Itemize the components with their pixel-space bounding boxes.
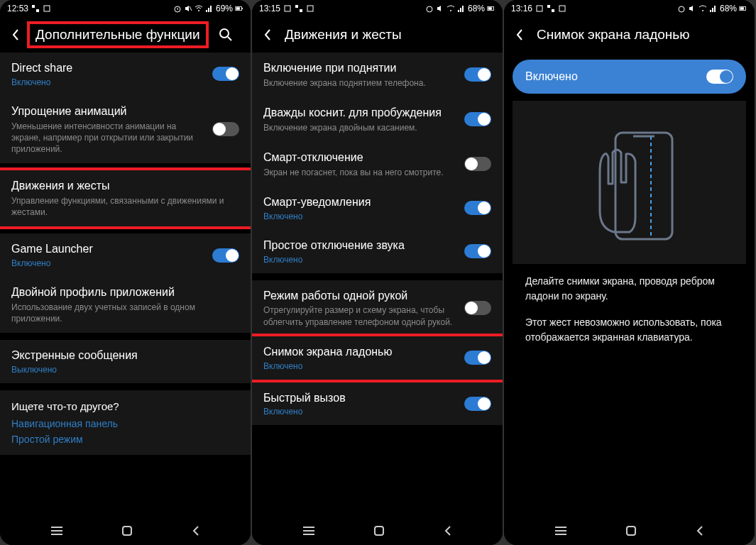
notif-icon-3 bbox=[558, 4, 566, 13]
item-title: Game Launcher bbox=[11, 242, 205, 257]
settings-list: Включение при поднятии Включение экрана … bbox=[252, 53, 503, 517]
back-icon[interactable] bbox=[10, 28, 23, 41]
svg-rect-35 bbox=[615, 133, 672, 239]
setting-one-handed[interactable]: Режим работы одной рукой Отрегулируйте р… bbox=[252, 280, 503, 336]
svg-line-4 bbox=[190, 6, 192, 11]
setting-reduce-animations[interactable]: Упрощение анимаций Уменьшение интенсивно… bbox=[0, 96, 251, 163]
setting-palm-swipe[interactable]: Снимок экрана ладонью Включено bbox=[252, 336, 503, 380]
status-bar: 13:15 68% bbox=[252, 0, 503, 17]
setting-direct-share[interactable]: Direct share Включено bbox=[0, 53, 251, 96]
back-button[interactable] bbox=[695, 525, 705, 536]
hint-link-navbar[interactable]: Навигационная панель bbox=[11, 418, 239, 429]
item-status: Включено bbox=[263, 211, 457, 221]
toggle-switch[interactable] bbox=[706, 70, 733, 84]
back-button[interactable] bbox=[191, 525, 201, 536]
svg-rect-0 bbox=[32, 5, 35, 8]
phone-screen-1: 12:53 69% Дополнительные функции Direct … bbox=[0, 0, 251, 545]
header: Дополнительные функции bbox=[0, 17, 251, 53]
item-title: Смарт-отключение bbox=[263, 150, 457, 165]
svg-rect-27 bbox=[537, 6, 542, 11]
svg-point-32 bbox=[702, 10, 703, 11]
setting-motions-gestures[interactable]: Движения и жесты Управление функциями, с… bbox=[0, 170, 251, 226]
status-time: 13:16 bbox=[511, 4, 532, 13]
item-subtitle: Использование двух учетных записей в одн… bbox=[11, 302, 239, 324]
notif-icon-2 bbox=[43, 4, 51, 13]
recents-button[interactable] bbox=[554, 525, 568, 536]
back-icon[interactable] bbox=[514, 28, 527, 41]
phone-screen-2: 13:15 68% Движения и жесты Включение при… bbox=[252, 0, 503, 545]
phone-screen-3: 13:16 68% Снимок экрана ладонью Включено bbox=[504, 0, 755, 545]
navigation-bar bbox=[504, 517, 755, 545]
toggle-switch[interactable] bbox=[464, 157, 491, 171]
setting-smart-alert[interactable]: Смарт-уведомления Включено bbox=[252, 187, 503, 230]
toggle-switch[interactable] bbox=[464, 397, 491, 411]
home-button[interactable] bbox=[373, 524, 385, 537]
description-2: Этот жест невозможно использовать, пока … bbox=[513, 315, 746, 345]
setting-smart-stay[interactable]: Смарт-отключение Экран не погаснет, пока… bbox=[252, 142, 503, 187]
svg-rect-30 bbox=[559, 6, 565, 11]
toggle-switch[interactable] bbox=[464, 244, 491, 258]
setting-game-launcher[interactable]: Game Launcher Включено bbox=[0, 233, 251, 277]
setting-quick-call[interactable]: Быстрый вызов Включено bbox=[252, 382, 503, 426]
item-title: Смарт-уведомления bbox=[263, 195, 457, 210]
setting-sos-messages[interactable]: Экстренные сообщения Выключено bbox=[0, 340, 251, 383]
toggle-switch[interactable] bbox=[464, 351, 491, 365]
item-subtitle: Включение экрана двойным касанием. bbox=[263, 122, 457, 133]
notif-icon bbox=[31, 4, 40, 13]
recents-button[interactable] bbox=[302, 525, 316, 536]
looking-for-hint: Ищете что-то другое? Навигационная панел… bbox=[0, 390, 251, 455]
svg-point-5 bbox=[198, 10, 199, 11]
svg-rect-41 bbox=[627, 527, 635, 535]
hint-link-easymode[interactable]: Простой режим bbox=[11, 434, 239, 445]
battery-icon bbox=[739, 4, 747, 13]
home-button[interactable] bbox=[625, 524, 637, 537]
toggle-switch[interactable] bbox=[212, 67, 239, 81]
svg-point-19 bbox=[427, 6, 432, 12]
item-status: Выключено bbox=[11, 365, 239, 375]
detail-content: Включено Делайте снимки экрана, проводя … bbox=[504, 53, 755, 517]
setting-dual-messenger[interactable]: Двойной профиль приложений Использование… bbox=[0, 277, 251, 333]
battery-level: 68% bbox=[720, 4, 737, 13]
search-icon[interactable] bbox=[219, 28, 233, 42]
page-title: Дополнительные функции bbox=[35, 27, 200, 42]
item-status: Включено bbox=[263, 255, 457, 265]
header: Снимок экрана ладонью bbox=[504, 17, 755, 53]
item-title: Включение при поднятии bbox=[263, 61, 457, 76]
svg-line-10 bbox=[228, 37, 231, 40]
item-status: Включено bbox=[263, 407, 457, 417]
wifi-icon bbox=[699, 4, 707, 13]
item-subtitle: Уменьшение интенсивности анимации на экр… bbox=[11, 121, 205, 155]
page-title: Движения и жесты bbox=[285, 27, 493, 43]
highlight-box: Снимок экрана ладонью Включено bbox=[252, 334, 503, 382]
svg-point-31 bbox=[679, 6, 684, 12]
battery-level: 69% bbox=[216, 4, 233, 13]
status-bar: 13:16 68% bbox=[504, 0, 755, 17]
item-title: Быстрый вызов bbox=[263, 391, 457, 406]
recents-button[interactable] bbox=[50, 525, 64, 536]
home-button[interactable] bbox=[121, 524, 133, 537]
back-icon[interactable] bbox=[262, 28, 275, 41]
wifi-icon bbox=[447, 4, 455, 13]
setting-lift-to-wake[interactable]: Включение при поднятии Включение экрана … bbox=[252, 53, 503, 97]
master-toggle-banner[interactable]: Включено bbox=[513, 60, 746, 94]
setting-easy-mute[interactable]: Простое отключение звука Включено bbox=[252, 230, 503, 273]
toggle-switch[interactable] bbox=[464, 67, 491, 82]
item-title: Двойной профиль приложений bbox=[11, 285, 239, 300]
signal-icon bbox=[205, 4, 214, 13]
svg-rect-26 bbox=[375, 527, 383, 535]
settings-list: Direct share Включено Упрощение анимаций… bbox=[0, 53, 251, 517]
toggle-switch[interactable] bbox=[212, 122, 239, 136]
toggle-switch[interactable] bbox=[212, 248, 239, 263]
setting-double-tap-wake[interactable]: Дважды коснит. для пробуждения Включение… bbox=[252, 97, 503, 142]
toggle-switch[interactable] bbox=[464, 201, 491, 215]
toggle-switch[interactable] bbox=[464, 112, 491, 126]
svg-rect-29 bbox=[552, 9, 554, 12]
back-button[interactable] bbox=[443, 525, 453, 536]
item-title: Режим работы одной рукой bbox=[263, 289, 457, 304]
svg-rect-17 bbox=[300, 9, 302, 12]
svg-rect-34 bbox=[740, 7, 744, 9]
toggle-switch[interactable] bbox=[464, 301, 491, 315]
status-bar: 12:53 69% bbox=[0, 0, 251, 17]
alarm-icon bbox=[173, 4, 182, 13]
signal-icon bbox=[709, 4, 718, 13]
